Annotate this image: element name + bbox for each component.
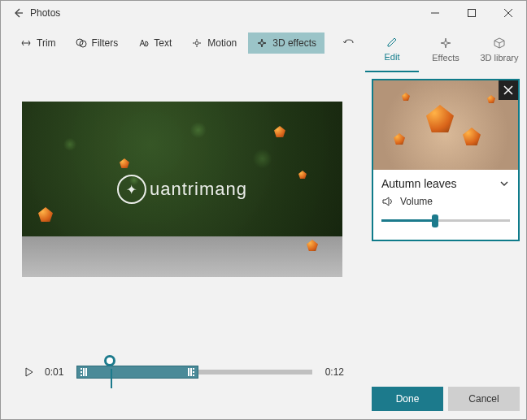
minimize-button[interactable] [416,1,453,25]
play-button[interactable] [22,365,37,379]
cancel-button[interactable]: Cancel [448,387,520,411]
maximize-icon [468,9,476,17]
close-icon [504,9,512,17]
volume-slider[interactable] [381,212,510,228]
minimize-icon [431,9,439,17]
filters-button[interactable]: Filters [68,32,127,54]
speaker-icon [381,196,394,207]
filters-label: Filters [92,37,119,49]
volume-row: Volume [373,194,518,212]
watermark-icon: ✦ [117,175,146,204]
volume-label: Volume [400,196,433,207]
panel-actions: Done Cancel [372,387,520,411]
timeline-track[interactable] [76,370,311,375]
effect-name: Autumn leaves [381,177,457,190]
effect-thumbnail[interactable] [373,80,518,170]
window-controls [416,1,526,25]
sparkle-icon [438,36,453,50]
motion-button[interactable]: Motion [183,32,245,54]
leaf-icon [402,93,410,101]
trim-label: Trim [37,37,56,49]
sparkle-icon [256,37,268,49]
preview-trees [22,102,342,245]
motion-icon [191,37,203,49]
close-button[interactable] [490,1,526,25]
motion-label: Motion [207,37,237,49]
pencil-icon [385,35,399,50]
preview-road [22,236,342,277]
3d-effects-label: 3D effects [272,37,316,49]
text-icon [137,37,149,49]
effect-range[interactable] [76,366,198,379]
effect-header[interactable]: Autumn leaves [373,170,518,194]
app-title: Photos [30,7,60,19]
effect-card: Autumn leaves Volume [372,79,520,241]
back-button[interactable] [6,1,30,25]
leaf-icon [426,105,454,132]
tab-edit[interactable]: Edit [365,25,419,72]
trim-icon [20,37,32,49]
text-label: Text [154,37,172,49]
timeline: 0:01 0:12 [22,356,344,388]
cube-icon [492,36,507,50]
text-button[interactable]: Text [129,32,180,54]
arrow-left-icon [12,7,24,19]
playhead[interactable] [104,355,115,366]
svg-point-3 [195,41,198,45]
slider-fill [381,219,435,222]
undo-button[interactable] [342,37,355,49]
chevron-down-icon [499,178,510,189]
side-panel: Edit Effects 3D library Autumn leaves [365,25,526,419]
tab-edit-label: Edit [385,52,400,62]
main-area: ✦ uantrimang 0:01 0:12 [1,61,365,419]
leaf-icon [463,128,481,145]
close-icon [503,85,513,95]
current-time: 0:01 [45,366,63,378]
trim-button[interactable]: Trim [12,32,64,54]
maximize-button[interactable] [453,1,490,25]
undo-icon [342,37,355,49]
tab-effects-label: Effects [432,53,459,63]
play-icon [24,367,34,377]
tab-library-label: 3D library [480,53,518,63]
svg-rect-0 [468,10,475,17]
remove-effect-button[interactable] [499,80,518,100]
watermark-text: uantrimang [150,179,247,200]
total-time: 0:12 [325,366,344,378]
watermark: ✦ uantrimang [117,175,247,204]
slider-thumb[interactable] [432,214,438,227]
3d-effects-button[interactable]: 3D effects [248,32,324,54]
titlebar: Photos [1,1,526,25]
leaf-icon [394,133,405,145]
leaf-icon [487,95,495,103]
filters-icon [76,37,87,49]
video-preview[interactable]: ✦ uantrimang [22,102,342,277]
tab-effects[interactable]: Effects [419,25,473,72]
panel-tabs: Edit Effects 3D library [365,25,526,72]
done-button[interactable]: Done [372,387,443,411]
tab-3d-library[interactable]: 3D library [473,25,526,72]
